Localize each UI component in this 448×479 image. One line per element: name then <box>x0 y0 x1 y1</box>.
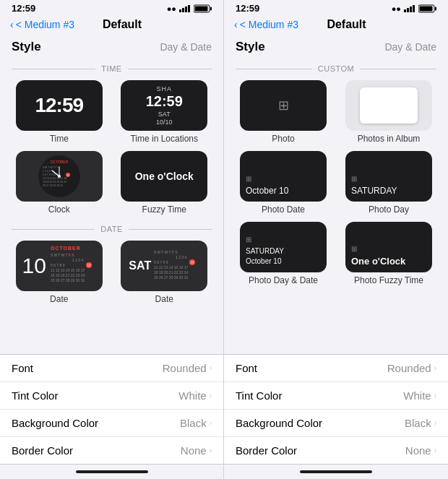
scroll-area-right[interactable]: CUSTOM ⊞ Photo Photos in Album ⊞ <box>224 59 448 348</box>
widget-time[interactable]: 12:59 Time <box>10 80 108 144</box>
settings-border-left[interactable]: Border Color None › <box>0 437 223 464</box>
back-button-right[interactable]: ‹ < Medium #3 <box>234 19 298 30</box>
time-widget-grid: 12:59 Time SHA 12:59 SAT 10/10 Time in L… <box>0 76 223 219</box>
svg-rect-38 <box>410 7 412 12</box>
settings-font-right[interactable]: Font Rounded › <box>224 355 448 382</box>
svg-rect-0 <box>179 9 181 12</box>
svg-text:26 27 28 29 30 31: 26 27 28 29 30 31 <box>43 184 63 187</box>
battery-icon <box>194 4 212 13</box>
status-icons-left: ●● <box>167 4 212 13</box>
nav-bar-left: ‹ < Medium #3 Default <box>0 15 223 35</box>
svg-point-19 <box>58 175 61 178</box>
svg-rect-5 <box>210 7 212 10</box>
left-panel: 12:59 ●● ‹ < Medium #3 Default Style <box>0 0 224 479</box>
signal-icon <box>179 5 191 12</box>
svg-rect-3 <box>188 5 190 12</box>
svg-rect-39 <box>413 5 415 12</box>
widget-time-in-locations[interactable]: SHA 12:59 SAT 10/10 Time in Locations <box>116 80 214 144</box>
style-value-right: Day & Date <box>384 41 436 53</box>
nav-title-right: Default <box>327 18 366 31</box>
settings-left: Font Rounded › Tint Color White › Backgr… <box>0 354 223 465</box>
svg-text:10: 10 <box>87 264 91 267</box>
date-widget-grid: 10 OCTOBER S M T W T F S 1 2 3 4 5 6 7 8… <box>0 236 223 308</box>
svg-text:1  2  3  4: 1 2 3 4 <box>43 170 51 173</box>
svg-text:11 12 13 14 15 16 17: 11 12 13 14 15 16 17 <box>51 268 85 272</box>
widget-photo-date[interactable]: ⊞ October 10 Photo Date <box>234 151 332 215</box>
status-icons-right: ●● <box>392 4 436 13</box>
svg-rect-41 <box>435 7 436 10</box>
style-row-left: Style Day & Date <box>0 35 223 59</box>
svg-rect-42 <box>420 6 433 11</box>
svg-rect-2 <box>185 7 187 12</box>
section-date: DATE <box>0 219 223 236</box>
svg-rect-1 <box>182 8 184 12</box>
chevron-icon: › <box>210 392 212 400</box>
svg-text:12 13 14 15 16 17 18: 12 13 14 15 16 17 18 <box>43 177 66 180</box>
nav-bar-right: ‹ < Medium #3 Default <box>224 15 448 35</box>
style-value-left: Day & Date <box>160 41 212 53</box>
chevron-icon: › <box>434 419 436 427</box>
svg-text:OCTOBER: OCTOBER <box>50 160 68 164</box>
style-label-left: Style <box>12 40 41 54</box>
style-row-right: Style Day & Date <box>224 35 448 59</box>
widget-saturday-date[interactable]: ⊞ SATURDAY October 10 Photo Day & Date <box>234 222 332 285</box>
scroll-area-left[interactable]: TIME 12:59 Time SHA 12:59 SAT 10/10 <box>0 59 223 348</box>
widget-one-oclock[interactable]: ⊞ One o'Clock Photo Fuzzy Time <box>340 222 438 285</box>
svg-text:5  6  7  8  9: 5 6 7 8 9 <box>51 263 65 267</box>
svg-rect-37 <box>407 8 409 12</box>
svg-text:18 19 20 21 22 23 24: 18 19 20 21 22 23 24 <box>51 273 85 277</box>
svg-rect-36 <box>404 9 406 12</box>
home-indicator-right <box>224 465 448 479</box>
analog-clock: OCTOBER S M T W T F S 1 2 3 4 5 6 7 8 9 … <box>38 155 81 198</box>
widget-date-big[interactable]: 10 OCTOBER S M T W T F S 1 2 3 4 5 6 7 8… <box>10 241 108 304</box>
widget-photo[interactable]: ⊞ Photo <box>234 80 332 144</box>
svg-text:25 26 27 28 29 30 31: 25 26 27 28 29 30 31 <box>51 278 85 282</box>
svg-text:S  M  T  W  T  F  S: S M T W T F S <box>154 250 178 254</box>
chevron-icon: › <box>210 364 212 372</box>
right-panel: 12:59 ●● ‹ < Medium #3 Default Style <box>224 0 448 479</box>
widget-clock[interactable]: OCTOBER S M T W T F S 1 2 3 4 5 6 7 8 9 … <box>10 151 108 215</box>
svg-text:18 19 20 21 22 23 24: 18 19 20 21 22 23 24 <box>154 270 188 275</box>
svg-text:1  2  3  4: 1 2 3 4 <box>72 258 84 262</box>
widget-date-sat[interactable]: SAT S M T W T F S 1 2 3 4 5 6 7 8 9 10 1… <box>116 241 214 304</box>
chevron-icon: › <box>434 364 436 372</box>
svg-text:10: 10 <box>191 261 195 264</box>
svg-text:S M T W T F S: S M T W T F S <box>43 166 60 169</box>
widget-photos-album[interactable]: Photos in Album <box>340 80 438 144</box>
settings-bg-left[interactable]: Background Color Black › <box>0 410 223 437</box>
svg-text:S  M  T  W  T  F  S: S M T W T F S <box>51 253 74 257</box>
settings-border-right[interactable]: Border Color None › <box>224 437 448 464</box>
svg-text:25 26 27 28 29 30 31: 25 26 27 28 29 30 31 <box>154 275 188 280</box>
chevron-icon: › <box>210 446 212 454</box>
style-label-right: Style <box>236 40 265 54</box>
svg-text:5  6  7  8  9: 5 6 7 8 9 <box>154 260 168 264</box>
settings-right: Font Rounded › Tint Color White › Backgr… <box>224 354 448 465</box>
svg-text:1  2  3  4: 1 2 3 4 <box>176 255 187 259</box>
chevron-icon: › <box>210 419 212 427</box>
status-bar-right: 12:59 ●● <box>224 0 448 15</box>
battery-icon-right <box>418 4 436 13</box>
time-left: 12:59 <box>12 3 35 14</box>
back-button-left[interactable]: ‹ < Medium #3 <box>10 19 74 30</box>
settings-font-left[interactable]: Font Rounded › <box>0 355 223 382</box>
signal-icon-right <box>404 5 415 12</box>
nav-title-left: Default <box>103 18 142 31</box>
settings-tint-right[interactable]: Tint Color White › <box>224 382 448 410</box>
chevron-icon: › <box>434 392 436 400</box>
time-right: 12:59 <box>236 3 259 14</box>
section-custom: CUSTOM <box>224 59 448 76</box>
status-bar-left: 12:59 ●● <box>0 0 223 15</box>
section-time: TIME <box>0 59 223 76</box>
svg-text:10: 10 <box>66 174 69 177</box>
settings-tint-left[interactable]: Tint Color White › <box>0 382 223 410</box>
widget-photo-day[interactable]: ⊞ SATURDAY Photo Day <box>340 151 438 215</box>
custom-widget-grid: ⊞ Photo Photos in Album ⊞ October 10 Pho… <box>224 76 448 290</box>
chevron-icon: › <box>434 446 436 454</box>
svg-rect-6 <box>195 6 208 11</box>
widget-fuzzy-time[interactable]: One o'Clock Fuzzy Time <box>116 151 214 215</box>
settings-bg-right[interactable]: Background Color Black › <box>224 410 448 437</box>
home-indicator-left <box>0 465 223 479</box>
svg-text:19 20 21 22 23 24 25: 19 20 21 22 23 24 25 <box>43 181 66 184</box>
svg-text:11 12 13 14 15 16 17: 11 12 13 14 15 16 17 <box>154 265 188 269</box>
